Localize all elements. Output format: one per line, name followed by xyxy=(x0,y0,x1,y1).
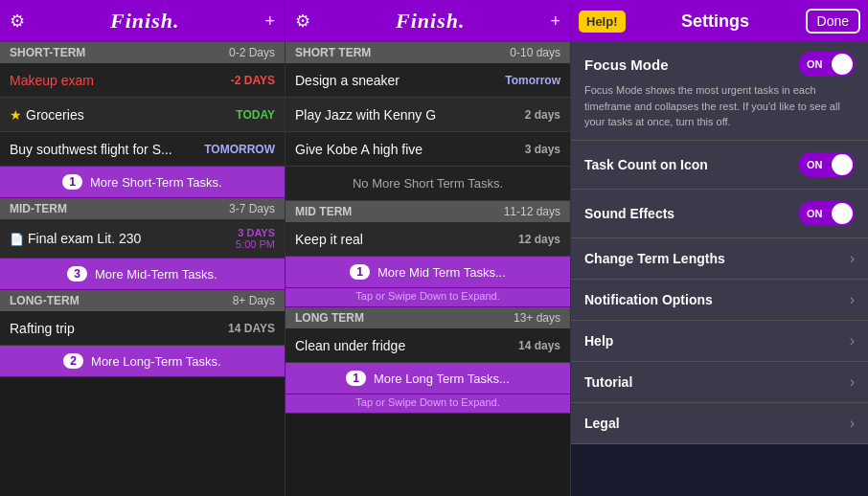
task-days-sub: 3 DAYS 5:00 PM xyxy=(236,227,275,250)
gear-icon-mid[interactable]: ⚙ xyxy=(295,11,310,32)
settings-panel: Help! Settings Done Focus Mode ON Focus … xyxy=(571,0,868,496)
sound-effects-row: Sound Effects ON xyxy=(571,190,868,238)
more-badge: 2 xyxy=(63,353,83,369)
mid-mid-label: Mid Term xyxy=(295,205,352,218)
task-name: 📄Final exam Lit. 230 xyxy=(10,231,236,246)
mid-long-days: 13+ days xyxy=(514,311,560,325)
change-term-lengths-row[interactable]: Change Term Lengths › xyxy=(571,238,868,280)
tutorial-row[interactable]: Tutorial › xyxy=(571,362,868,403)
left-section-long: Long-Term 8+ Days xyxy=(0,290,285,311)
task-name: Buy southwest flight for S... xyxy=(10,142,196,157)
settings-header: Help! Settings Done xyxy=(571,0,868,42)
mid-term-days: 3-7 Days xyxy=(229,202,275,215)
more-text: More Long Term Tasks... xyxy=(374,372,510,386)
left-section-short: Short-Term 0-2 Days xyxy=(0,42,285,63)
task-name: Clean under fridge xyxy=(295,338,511,353)
star-icon: ★ xyxy=(10,107,22,123)
sound-effects-label: Sound Effects xyxy=(584,206,674,221)
add-icon-left[interactable]: + xyxy=(264,11,275,32)
task-days: 3 days xyxy=(525,143,560,156)
help-button[interactable]: Help! xyxy=(579,11,626,33)
mid-mid-days: 11-12 days xyxy=(504,205,560,218)
table-row[interactable]: Keep it real 12 days xyxy=(286,222,570,257)
task-days: -2 DAYS xyxy=(231,74,275,87)
mid-section-mid: Mid Term 11-12 days xyxy=(286,201,570,222)
table-row[interactable]: Give Kobe A high five 3 days xyxy=(286,132,570,167)
mid-short-days: 0-10 days xyxy=(510,46,560,59)
task-name: Give Kobe A high five xyxy=(295,142,517,157)
chevron-right-icon-5: › xyxy=(850,415,855,432)
gear-icon[interactable]: ⚙ xyxy=(10,11,25,32)
task-days: 14 DAYS xyxy=(228,322,275,335)
table-row[interactable]: Play Jazz with Kenny G 2 days xyxy=(286,98,570,132)
no-more-tasks: No More Short Term Tasks. xyxy=(286,167,570,201)
short-term-label: Short-Term xyxy=(10,46,85,59)
focus-mode-label: Focus Mode xyxy=(584,56,669,73)
more-badge: 1 xyxy=(346,371,366,386)
done-button[interactable]: Done xyxy=(806,9,860,34)
task-days: Tomorrow xyxy=(505,74,560,87)
toggle-circle-3 xyxy=(832,203,853,224)
more-mid-term-wrap: 1 More Mid Term Tasks... Tap or Swipe Do… xyxy=(286,257,570,307)
settings-title: Settings xyxy=(681,11,749,32)
task-count-right: ON xyxy=(799,152,855,177)
help-label: Help xyxy=(584,333,613,349)
task-name: Design a sneaker xyxy=(295,73,497,88)
focus-mode-section: Focus Mode ON Focus Mode shows the most … xyxy=(571,42,868,141)
add-icon-mid[interactable]: + xyxy=(550,11,560,32)
more-long-term-btn[interactable]: 2 More Long-Term Tasks. xyxy=(0,346,285,377)
mid-term-label: Mid-Term xyxy=(10,202,67,215)
focus-mode-row: Focus Mode ON xyxy=(584,52,855,77)
table-row[interactable]: Clean under fridge 14 days xyxy=(286,328,570,363)
table-row[interactable]: ★Groceries TODAY xyxy=(0,98,285,132)
left-panel: ⚙ Finish. + Short-Term 0-2 Days Makeup e… xyxy=(0,0,286,496)
more-long-term-wrap: 1 More Long Term Tasks... Tap or Swipe D… xyxy=(286,363,570,414)
task-name: Play Jazz with Kenny G xyxy=(295,107,517,123)
no-more-text: No More Short Term Tasks. xyxy=(353,176,503,191)
toggle-circle xyxy=(832,54,853,75)
sound-effects-toggle[interactable]: ON xyxy=(799,201,855,226)
table-row[interactable]: 📄Final exam Lit. 230 3 DAYS 5:00 PM xyxy=(0,219,285,259)
help-row[interactable]: Help › xyxy=(571,321,868,362)
more-mid-btn[interactable]: 1 More Mid Term Tasks... xyxy=(286,257,570,288)
more-long-btn[interactable]: 1 More Long Term Tasks... xyxy=(286,363,570,395)
more-text: More Short-Term Tasks. xyxy=(90,175,222,190)
mid-short-label: Short Term xyxy=(295,46,371,59)
table-row[interactable]: Rafting trip 14 DAYS xyxy=(0,311,285,346)
more-mid-term-btn[interactable]: 3 More Mid-Term Tasks. xyxy=(0,259,285,290)
task-days: TOMORROW xyxy=(204,143,275,156)
legal-row[interactable]: Legal › xyxy=(571,403,868,444)
task-count-toggle[interactable]: ON xyxy=(799,152,855,177)
toggle-circle-2 xyxy=(832,154,853,175)
task-name: ★Groceries xyxy=(10,107,228,123)
left-section-mid: Mid-Term 3-7 Days xyxy=(0,198,285,219)
chevron-right-icon-3: › xyxy=(850,332,855,349)
more-long-sub-text: Tap or Swipe Down to Expand. xyxy=(286,395,570,413)
mid-header: ⚙ Finish. + xyxy=(286,0,570,42)
short-term-days: 0-2 Days xyxy=(229,46,275,59)
notification-options-row[interactable]: Notification Options › xyxy=(571,280,868,321)
left-content: Short-Term 0-2 Days Makeup exam -2 DAYS … xyxy=(0,42,285,496)
left-title: Finish. xyxy=(110,9,179,34)
table-row[interactable]: Design a sneaker Tomorrow xyxy=(286,63,570,98)
task-days: 12 days xyxy=(518,233,560,246)
table-row[interactable]: Makeup exam -2 DAYS xyxy=(0,63,285,98)
table-row[interactable]: Buy southwest flight for S... TOMORROW xyxy=(0,132,285,167)
toggle-on-text-3: ON xyxy=(807,208,823,219)
mid-title: Finish. xyxy=(396,9,465,34)
focus-mode-toggle[interactable]: ON xyxy=(799,52,855,77)
chevron-right-icon: › xyxy=(850,250,855,267)
task-name: Rafting trip xyxy=(10,321,220,336)
mid-section-long: Long Term 13+ days xyxy=(286,307,570,328)
doc-icon: 📄 xyxy=(10,233,24,246)
more-text: More Mid-Term Tasks. xyxy=(95,267,217,282)
sound-effects-right: ON xyxy=(799,201,855,226)
task-days: TODAY xyxy=(236,108,275,122)
mid-section-short: Short Term 0-10 days xyxy=(286,42,570,63)
more-short-term-btn[interactable]: 1 More Short-Term Tasks. xyxy=(0,167,285,198)
task-count-label: Task Count on Icon xyxy=(584,157,708,172)
more-text: More Mid Term Tasks... xyxy=(377,265,506,280)
more-badge: 1 xyxy=(350,264,370,280)
long-term-label: Long-Term xyxy=(10,294,80,307)
focus-mode-desc: Focus Mode shows the most urgent tasks i… xyxy=(584,82,855,130)
